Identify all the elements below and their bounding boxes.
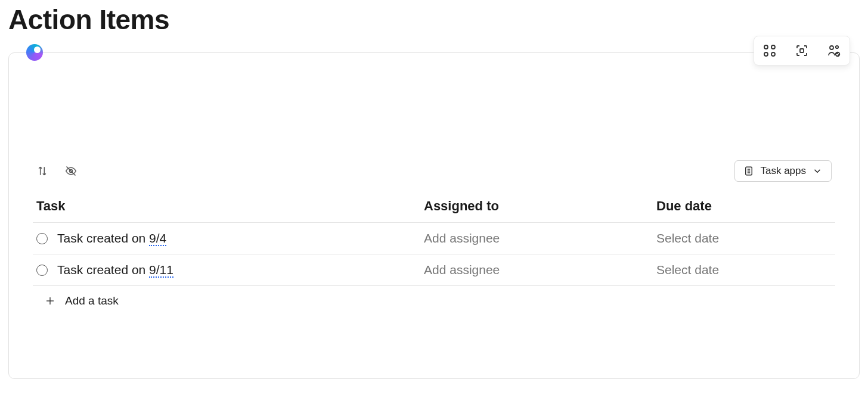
task-apps-label: Task apps — [760, 165, 806, 177]
table-header: Task Assigned to Due date — [33, 198, 835, 223]
selection-frame-icon[interactable] — [795, 43, 809, 58]
apps-grid-icon[interactable] — [762, 43, 777, 58]
page-title: Action Items — [8, 4, 868, 36]
task-name-date: 9/11 — [149, 263, 173, 278]
loop-logo-icon — [26, 44, 43, 61]
table-row[interactable]: Task created on 9/4 Add assignee Select … — [33, 223, 835, 254]
column-header-task[interactable]: Task — [36, 198, 424, 214]
sort-icon[interactable] — [36, 165, 48, 177]
task-complete-radio[interactable] — [36, 233, 48, 244]
people-check-icon[interactable] — [827, 43, 841, 58]
table-row[interactable]: Task created on 9/11 Add assignee Select… — [33, 254, 835, 286]
due-date-placeholder[interactable]: Select date — [656, 231, 832, 245]
add-task-label: Add a task — [65, 294, 119, 307]
floating-toolbar — [754, 36, 850, 66]
task-name-date: 9/4 — [149, 231, 166, 246]
task-cell: Task created on 9/4 — [36, 231, 424, 245]
column-header-assigned[interactable]: Assigned to — [424, 198, 656, 214]
card-wrapper: Task apps Task Assigned to Due date — [8, 52, 860, 379]
chevron-down-icon — [812, 166, 823, 176]
column-header-due[interactable]: Due date — [656, 198, 832, 214]
task-card: Task apps Task Assigned to Due date — [8, 52, 860, 379]
svg-point-2 — [764, 52, 768, 56]
controls-row: Task apps — [33, 160, 835, 182]
task-cell: Task created on 9/11 — [36, 263, 424, 277]
task-name[interactable]: Task created on 9/4 — [57, 231, 166, 245]
svg-point-6 — [836, 46, 838, 48]
task-list-icon — [743, 166, 754, 176]
card-content: Task apps Task Assigned to Due date — [9, 53, 859, 316]
add-task-button[interactable]: Add a task — [33, 286, 835, 316]
task-name[interactable]: Task created on 9/11 — [57, 263, 173, 277]
svg-rect-4 — [800, 49, 804, 52]
svg-point-5 — [830, 46, 833, 49]
task-table: Task Assigned to Due date Task created o… — [33, 198, 835, 316]
due-date-placeholder[interactable]: Select date — [656, 263, 832, 277]
assignee-placeholder[interactable]: Add assignee — [424, 231, 656, 245]
plus-icon — [45, 296, 55, 306]
hide-visibility-icon[interactable] — [65, 165, 77, 177]
svg-point-1 — [771, 45, 775, 49]
assignee-placeholder[interactable]: Add assignee — [424, 263, 656, 277]
task-apps-button[interactable]: Task apps — [734, 160, 832, 182]
left-controls — [36, 165, 77, 177]
task-name-prefix: Task created on — [57, 231, 149, 245]
task-complete-radio[interactable] — [36, 265, 48, 276]
svg-point-0 — [764, 45, 768, 49]
task-name-prefix: Task created on — [57, 263, 149, 276]
svg-point-3 — [771, 52, 775, 56]
